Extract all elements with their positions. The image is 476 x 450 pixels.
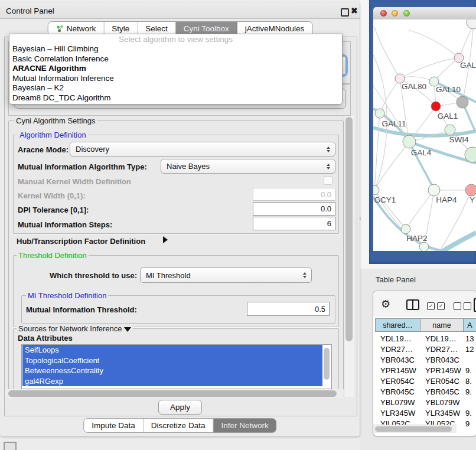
table-cell: YER054C	[380, 377, 415, 386]
expand-arrow-icon[interactable]	[163, 236, 168, 243]
table-cell: 13	[465, 334, 474, 343]
algorithm-option-aracne-algorithm[interactable]: ARACNE Algorithm	[9, 64, 342, 74]
attribute-item-selfloops[interactable]: SelfLoops	[22, 345, 322, 356]
network-node[interactable]	[457, 96, 468, 108]
sources-title[interactable]: Sources for Network Inference	[17, 324, 133, 333]
deselect-all-icon[interactable]	[464, 302, 471, 310]
node-label-gal80: GAL80	[402, 82, 426, 91]
zoom-traffic-light-icon[interactable]	[403, 10, 410, 17]
algorithm-option-mutual-information-inference[interactable]: Mutual Information Inference	[9, 74, 342, 84]
table-cell: YBL079W	[380, 398, 415, 407]
data-attributes-list[interactable]: SelfLoopsTopologicalCoefficientBetweenne…	[21, 344, 332, 389]
algorithm-option-dream8-dc-tdc-algorithm[interactable]: Dream8 DC_TDC Algorithm	[9, 93, 342, 103]
tab-label: jActiveMNodules	[245, 24, 305, 33]
network-edge	[373, 128, 476, 136]
network-node[interactable]	[403, 135, 416, 148]
combo-arrows-icon	[303, 272, 307, 278]
network-icon	[56, 25, 64, 32]
network-node[interactable]	[373, 185, 379, 195]
apply-button[interactable]: Apply	[158, 400, 202, 415]
node-label-gcy1: GCY1	[374, 195, 396, 204]
table-cell: 9	[465, 419, 470, 428]
network-view-window: GAL7GAL80GAL10GAL1GAL11SWI4GAL4GCY1HAP4Y…	[369, 0, 476, 264]
tab-infer-network[interactable]: Infer Network	[213, 419, 276, 432]
table-row[interactable]: YBR043CYBR043C	[373, 356, 476, 366]
hub-section-label[interactable]: Hub/Transcription Factor Definition	[17, 237, 145, 246]
column-header-name[interactable]: name	[420, 318, 464, 332]
network-node[interactable]	[375, 109, 384, 118]
kernel-width-field[interactable]: 0.0	[253, 188, 335, 201]
close-icon[interactable]: ✖	[351, 6, 358, 15]
algorithm-option-bayesian-k2[interactable]: Bayesian – K2	[9, 83, 342, 93]
node-label-swi4: SWI4	[449, 135, 468, 144]
manual-kernel-label: Manual Kernel Width Definition	[18, 177, 131, 186]
collapse-arrow-icon[interactable]	[124, 327, 131, 332]
manual-kernel-checkbox[interactable]	[324, 176, 332, 185]
new-file-icon[interactable]	[474, 298, 476, 312]
table-cell: YDL19…	[380, 334, 412, 343]
minimized-panel-icon[interactable]	[4, 442, 17, 450]
attribute-item-topologicalcoefficient[interactable]: TopologicalCoefficient	[22, 356, 322, 366]
table-row[interactable]: YDL19…YDL19…13	[373, 334, 476, 345]
settings-gear-icon[interactable]: ⚙	[381, 299, 390, 309]
network-node[interactable]	[428, 184, 440, 196]
which-threshold-combo[interactable]: MI Threshold	[140, 268, 312, 283]
network-node[interactable]	[431, 102, 441, 111]
attribute-item-betweennesscentrality[interactable]: BetweennessCentrality	[22, 366, 322, 376]
table-cell: YDR27…	[380, 345, 413, 354]
close-traffic-light-icon[interactable]	[380, 10, 387, 17]
column-header-shared[interactable]: shared…	[375, 318, 420, 332]
table-horizontal-scrollbar[interactable]	[373, 425, 457, 433]
table-row[interactable]: YBL079WYBL079W	[373, 398, 476, 409]
tab-discretize-data[interactable]: Discretize Data	[144, 419, 214, 432]
select-all-icon[interactable]: ✓	[437, 302, 445, 310]
pane-splitter-grip[interactable]: ‹	[359, 214, 361, 221]
deselect-all-icon[interactable]	[454, 302, 461, 310]
split-columns-icon[interactable]	[406, 299, 419, 310]
select-all-icon[interactable]: ✓	[427, 302, 435, 310]
table-row[interactable]: YDR27…YDR27…12	[373, 345, 476, 356]
attributes-scrollbar-thumb[interactable]	[324, 348, 330, 380]
table-row[interactable]: YER054CYER054C8.	[373, 377, 476, 387]
algorithm-option-basic-correlation-inference[interactable]: Basic Correlation Inference	[9, 54, 342, 64]
network-canvas[interactable]: GAL7GAL80GAL10GAL1GAL11SWI4GAL4GCY1HAP4Y…	[373, 19, 476, 251]
table-row[interactable]: YLR345WYLR345W9.	[373, 409, 476, 419]
cyni-settings-title: Cyni Algorithm Settings	[14, 116, 97, 125]
tab-impute-data[interactable]: Impute Data	[84, 419, 144, 432]
table-cell: 9.	[465, 366, 472, 375]
mi-threshold-field[interactable]: 0.5	[247, 302, 330, 316]
column-header-a[interactable]: A	[464, 318, 476, 332]
network-node[interactable]	[467, 19, 476, 29]
table-cell: 9.	[465, 409, 472, 418]
minimize-traffic-light-icon[interactable]	[392, 10, 398, 17]
attribute-item-gal4rgexp[interactable]: gal4RGexp	[22, 376, 322, 387]
table-row[interactable]: YPR145WYPR145W9.	[373, 366, 476, 377]
settings-horizontal-scrollbar-thumb[interactable]	[8, 390, 337, 397]
node-label-gal11: GAL11	[382, 119, 406, 128]
float-window-icon[interactable]	[341, 8, 349, 17]
network-node[interactable]	[419, 242, 429, 251]
network-edge	[409, 30, 459, 58]
settings-vertical-scrollbar-thumb[interactable]	[345, 117, 353, 341]
network-node[interactable]	[401, 224, 410, 234]
table-horizontal-scrollbar-thumb[interactable]	[375, 426, 452, 432]
aracne-mode-value: Discovery	[76, 145, 109, 154]
aracne-mode-combo[interactable]: Discovery	[70, 142, 335, 156]
table-row[interactable]: YBR045CYBR045C9.	[373, 387, 476, 398]
table-cell: 8.	[465, 377, 472, 386]
algorithm-option-bayesian-hill-climbing[interactable]: Bayesian – Hill Climbing	[9, 44, 342, 54]
mi-steps-field[interactable]: 6	[253, 217, 335, 230]
network-node[interactable]	[445, 125, 455, 135]
which-threshold-label: Which threshold to use:	[50, 271, 137, 280]
tab-label: Impute Data	[92, 421, 135, 430]
network-window-titlebar	[373, 7, 476, 20]
mi-threshold-label: Mutual Information Threshold:	[26, 305, 137, 314]
mi-algorithm-type-combo[interactable]: Naive Bayes	[161, 159, 335, 174]
tab-label: Cyni Toolbox	[184, 24, 229, 33]
network-edge	[443, 233, 476, 251]
node-label-hap4: HAP4	[436, 195, 457, 204]
network-edge	[434, 58, 459, 81]
dpi-tolerance-field[interactable]: 0.0	[253, 202, 335, 216]
network-node[interactable]	[465, 184, 476, 196]
mi-algorithm-type-value: Naive Bayes	[167, 162, 210, 171]
